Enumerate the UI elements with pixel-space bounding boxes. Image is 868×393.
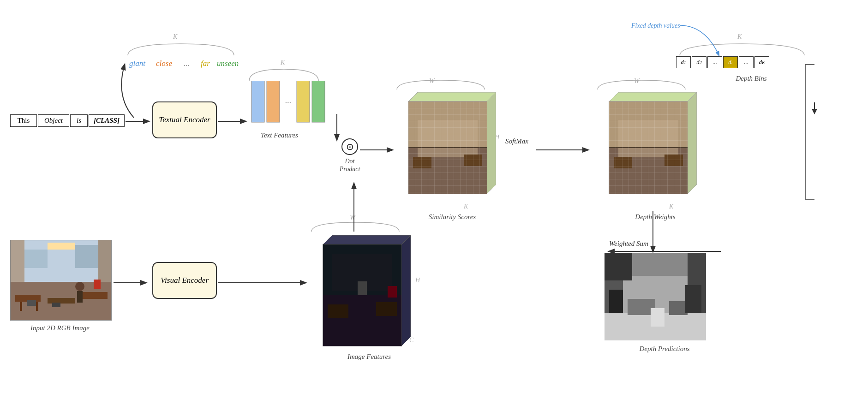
svg-rect-64 bbox=[20, 302, 22, 311]
svg-rect-57 bbox=[11, 240, 24, 282]
arrow-dot-similarity bbox=[359, 143, 396, 212]
svg-marker-25 bbox=[688, 92, 697, 194]
svg-rect-49 bbox=[651, 308, 664, 327]
svg-marker-75 bbox=[401, 235, 411, 346]
svg-rect-51 bbox=[685, 285, 701, 313]
arrow-bins-weights bbox=[808, 101, 821, 115]
word-far: far bbox=[201, 59, 210, 68]
svg-text:...: ... bbox=[285, 95, 292, 105]
svg-rect-66 bbox=[27, 300, 36, 306]
svg-rect-48 bbox=[669, 301, 688, 315]
svg-point-68 bbox=[75, 282, 84, 291]
svg-marker-23 bbox=[609, 92, 697, 101]
svg-rect-80 bbox=[328, 304, 348, 318]
textual-encoder-box: Textual Encoder bbox=[152, 101, 217, 138]
svg-rect-70 bbox=[94, 280, 101, 289]
token-this: This bbox=[10, 114, 37, 127]
depth-weights-room-bg bbox=[609, 101, 688, 194]
svg-rect-56 bbox=[48, 243, 75, 250]
svg-rect-2 bbox=[251, 81, 264, 122]
architecture-diagram: This Object is [CLASS] Textual Encoder g… bbox=[0, 0, 868, 393]
arrow-fixed-depth bbox=[677, 23, 747, 60]
svg-rect-5 bbox=[297, 81, 310, 122]
word-unseen: unseen bbox=[217, 59, 239, 68]
depth-predictions-image bbox=[605, 253, 706, 340]
similarity-scores-label: Similarity Scores bbox=[411, 213, 494, 221]
svg-rect-50 bbox=[609, 290, 623, 313]
depth-bin-k: dK bbox=[754, 56, 769, 68]
svg-rect-83 bbox=[388, 286, 397, 298]
svg-marker-12 bbox=[487, 92, 496, 194]
svg-rect-60 bbox=[75, 245, 98, 268]
depth-bins-label: Depth Bins bbox=[714, 75, 788, 83]
svg-rect-69 bbox=[77, 291, 83, 303]
svg-rect-6 bbox=[312, 81, 325, 122]
svg-rect-81 bbox=[376, 302, 397, 316]
svg-rect-63 bbox=[48, 298, 75, 304]
visual-encoder-box: Visual Encoder bbox=[152, 262, 217, 299]
input-image bbox=[10, 240, 112, 321]
word-dots-top: ... bbox=[184, 59, 190, 68]
image-features-visual bbox=[323, 244, 401, 346]
arrow-softmax bbox=[499, 143, 592, 157]
svg-rect-3 bbox=[267, 81, 280, 122]
svg-rect-62 bbox=[82, 292, 108, 299]
token-is: is bbox=[70, 114, 88, 127]
arrow-features-dot bbox=[328, 113, 346, 143]
image-features-label: Image Features bbox=[332, 353, 406, 361]
arrow-visual-encoder-features bbox=[217, 274, 309, 291]
bracket-right bbox=[803, 56, 817, 204]
word-close: close bbox=[156, 59, 172, 68]
w-label-weights: W bbox=[634, 77, 640, 85]
similarity-room-bg bbox=[408, 101, 487, 194]
svg-rect-65 bbox=[36, 302, 38, 311]
svg-rect-46 bbox=[605, 253, 632, 280]
svg-rect-82 bbox=[358, 281, 367, 295]
arrow-encoder-features bbox=[217, 113, 249, 130]
text-features-label: Text Features bbox=[261, 131, 298, 139]
fixed-depth-label: Fixed depth values bbox=[631, 22, 680, 30]
depth-predictions-label: Depth Predictions bbox=[618, 345, 711, 353]
svg-rect-67 bbox=[52, 303, 60, 307]
arrow-image-visual-encoder bbox=[113, 274, 150, 291]
token-object: Object bbox=[38, 114, 69, 127]
k-label-features: K bbox=[281, 59, 285, 66]
svg-marker-73 bbox=[323, 235, 411, 244]
k-label-words: K bbox=[173, 33, 177, 41]
text-feature-bars: ... C bbox=[249, 81, 325, 127]
arrow-image-to-dot bbox=[347, 180, 361, 235]
k-brace-words bbox=[126, 42, 236, 58]
svg-rect-59 bbox=[24, 250, 48, 268]
svg-marker-10 bbox=[408, 92, 496, 101]
svg-rect-34 bbox=[609, 101, 688, 194]
svg-rect-58 bbox=[98, 240, 112, 282]
svg-rect-21 bbox=[408, 101, 487, 194]
input-image-label: Input 2D RGB Image bbox=[14, 324, 106, 332]
arrow-weights-predictions bbox=[646, 210, 660, 256]
arrow-class-to-words bbox=[111, 60, 138, 120]
